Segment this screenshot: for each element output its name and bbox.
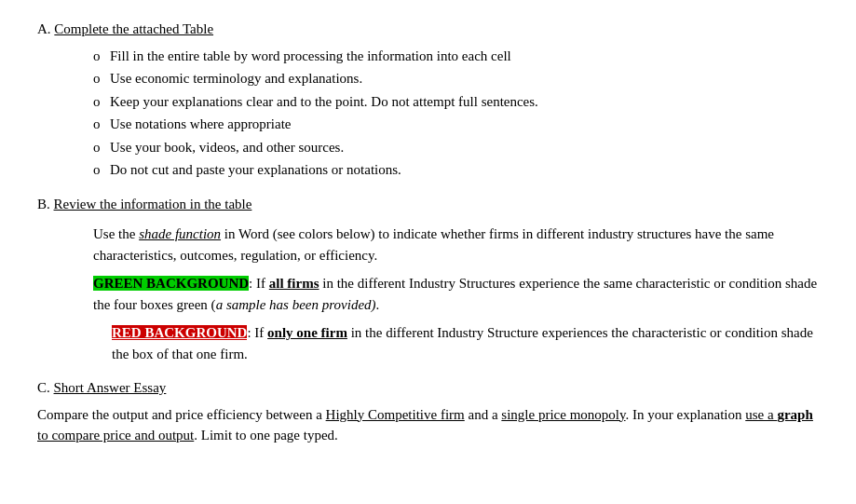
- section-a-title: Complete the attached Table: [54, 21, 213, 36]
- list-item: Do not cut and paste your explanations o…: [93, 159, 819, 181]
- highly-competitive-firm-link: Highly Competitive firm: [326, 407, 465, 422]
- section-b-red: RED BACKGROUND: If only one firm in the …: [112, 322, 819, 364]
- section-a-bullets: Fill in the entire table by word process…: [93, 46, 819, 181]
- section-a: A. Complete the attached Table Fill in t…: [37, 19, 819, 181]
- section-b-para1: Use the shade function in Word (see colo…: [93, 224, 819, 266]
- section-b-green: GREEN BACKGROUND: If all firms in the di…: [93, 273, 819, 315]
- section-c-title: Short Answer Essay: [54, 380, 167, 395]
- list-item: Keep your explanations clear and to the …: [93, 91, 819, 113]
- section-a-label: A. Complete the attached Table: [37, 21, 213, 36]
- section-c: C. Short Answer Essay Compare the output…: [37, 377, 819, 446]
- list-item: Use your book, videos, and other sources…: [93, 137, 819, 158]
- list-item: Use notations where appropriate: [93, 114, 819, 135]
- section-b: B. Review the information in the table U…: [37, 194, 819, 365]
- green-background-label: GREEN BACKGROUND: [93, 276, 249, 291]
- list-item: Fill in the entire table by word process…: [93, 46, 819, 67]
- section-c-header: C. Short Answer Essay: [37, 377, 819, 399]
- list-item: Use economic terminology and explanation…: [93, 68, 819, 89]
- single-price-monopoly-link: single price monopoly: [501, 407, 625, 422]
- section-c-para: Compare the output and price efficiency …: [37, 404, 819, 446]
- section-b-header: B. Review the information in the table: [37, 194, 819, 215]
- red-background-label: RED BACKGROUND: [112, 325, 247, 340]
- section-b-title: Review the information in the table: [54, 197, 252, 211]
